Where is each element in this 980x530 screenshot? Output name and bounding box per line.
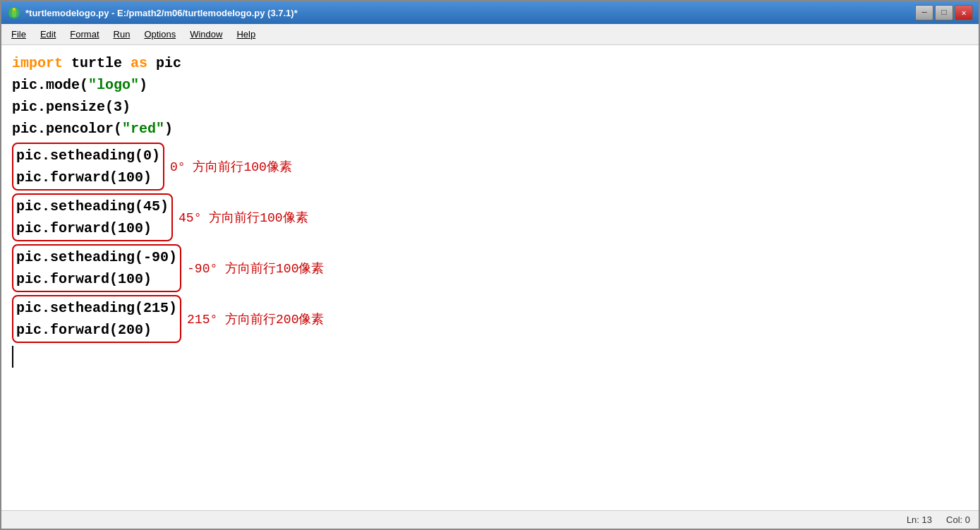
status-bar: Ln: 13 Col: 0 [1, 510, 979, 529]
comment-1: 0° 方向前行100像素 [170, 158, 292, 175]
code-line-6a: pic.setheading(45) [16, 195, 169, 217]
menu-format[interactable]: Format [63, 26, 106, 42]
title-bar: *turtlemodelogo.py - E:/pmath2/m06/turtl… [1, 1, 979, 24]
maximize-button[interactable]: □ [935, 5, 953, 20]
boxed-group-2: pic.setheading(45) pic.forward(100) 45° … [12, 193, 968, 241]
svg-point-2 [13, 8, 16, 11]
boxed-group-3: pic.setheading(-90) pic.forward(100) -90… [12, 244, 968, 292]
editor-area: import turtle as pic pic.mode("logo") pi… [1, 45, 979, 510]
code-line-1: import turtle as pic [12, 52, 968, 74]
box-1: pic.setheading(0) pic.forward(100) [12, 143, 164, 191]
cursor-line [12, 346, 968, 368]
menu-file[interactable]: File [4, 26, 33, 42]
title-bar-left: *turtlemodelogo.py - E:/pmath2/m06/turtl… [7, 6, 298, 20]
menu-options[interactable]: Options [137, 26, 183, 42]
code-line-8a: pic.setheading(215) [16, 297, 177, 319]
code-line-6b: pic.forward(100) [16, 217, 169, 239]
window-title: *turtlemodelogo.py - E:/pmath2/m06/turtl… [25, 8, 298, 18]
box-4: pic.setheading(215) pic.forward(200) [12, 295, 181, 343]
code-line-5b: pic.forward(100) [16, 167, 160, 188]
code-line-7b: pic.forward(100) [16, 268, 177, 290]
code-line-3: pic.pensize(3) [12, 96, 968, 118]
col-number: Col: 0 [946, 514, 970, 525]
keyword-import: import [12, 52, 63, 74]
menu-run[interactable]: Run [107, 26, 138, 42]
line-number: Ln: 13 [907, 514, 932, 525]
comment-2: 45° 方向前行100像素 [179, 209, 308, 226]
comment-3: -90° 方向前行100像素 [187, 260, 324, 277]
code-line-2: pic.mode("logo") [12, 74, 968, 96]
title-buttons: ─ □ ✕ [915, 5, 973, 20]
minimize-button[interactable]: ─ [915, 5, 933, 20]
box-2: pic.setheading(45) pic.forward(100) [12, 193, 173, 241]
boxed-group-1: pic.setheading(0) pic.forward(100) 0° 方向… [12, 143, 968, 191]
comment-4: 215° 方向前行200像素 [187, 311, 324, 327]
menu-edit[interactable]: Edit [33, 26, 63, 42]
code-editor[interactable]: import turtle as pic pic.mode("logo") pi… [1, 45, 979, 510]
code-line-8b: pic.forward(200) [16, 319, 177, 341]
menu-help[interactable]: Help [229, 26, 262, 42]
menu-bar: File Edit Format Run Options Window Help [1, 24, 979, 45]
box-3: pic.setheading(-90) pic.forward(100) [12, 244, 181, 292]
code-line-5a: pic.setheading(0) [16, 145, 160, 167]
code-line-4: pic.pencolor("red") [12, 118, 968, 140]
close-button[interactable]: ✕ [955, 5, 973, 20]
boxed-group-4: pic.setheading(215) pic.forward(200) 215… [12, 295, 968, 343]
code-line-7a: pic.setheading(-90) [16, 246, 177, 268]
menu-window[interactable]: Window [183, 26, 229, 42]
app-icon [7, 6, 21, 20]
main-window: *turtlemodelogo.py - E:/pmath2/m06/turtl… [0, 0, 980, 530]
